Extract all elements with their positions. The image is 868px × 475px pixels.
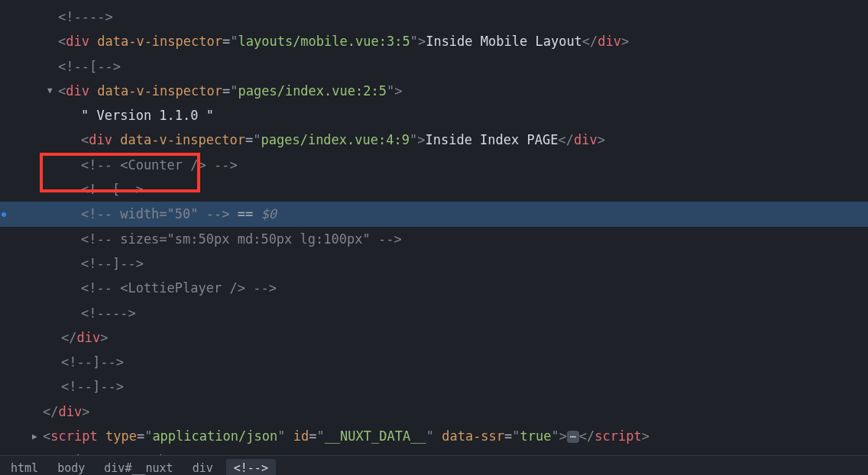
comment-node: <!--]-->	[61, 379, 124, 394]
comment-node: <!--[-->	[58, 59, 121, 74]
attr-value: application/json	[152, 428, 277, 444]
disclosure-triangle-icon[interactable]: ▶	[32, 429, 41, 445]
tree-line[interactable]: <!-- <LottiePlayer /> -->	[0, 276, 868, 300]
tree-line[interactable]: <!--]-->	[0, 350, 868, 374]
dom-tree[interactable]: <!----> <div data-v-inspector="layouts/m…	[0, 0, 868, 473]
attr-value: __NUXT_DATA__	[325, 428, 426, 444]
disclosure-triangle-icon[interactable]: ▼	[47, 83, 57, 99]
text-node: Inside Index PAGE	[425, 132, 558, 147]
comment-node: <!--]-->	[81, 256, 144, 271]
breadcrumb-item[interactable]: div#__nuxt	[98, 461, 179, 475]
breadcrumb-item-selected[interactable]: <!-->	[226, 459, 276, 475]
comment-node: <!-- <Counter /> -->	[81, 157, 238, 173]
attr-name: data-v-inspector	[97, 83, 222, 99]
tree-line[interactable]: <!---->	[0, 301, 868, 325]
breadcrumb-item[interactable]: div	[186, 461, 219, 475]
comment-node: <!-- <LottiePlayer /> -->	[81, 280, 277, 296]
attr-value: layouts/mobile.vue:3:5	[238, 34, 410, 49]
tree-line[interactable]: <!-- sizes="sm:50px md:50px lg:100px" --…	[0, 227, 868, 251]
tree-line[interactable]: <!---->	[0, 5, 868, 29]
attr-name: data-v-inspector	[97, 34, 222, 49]
tree-line[interactable]: <!-- <Counter /> -->	[0, 153, 868, 177]
tree-line[interactable]: <div data-v-inspector="pages/index.vue:4…	[0, 128, 868, 152]
tree-line[interactable]: <!--]-->	[0, 251, 868, 276]
attr-name: data-ssr	[442, 428, 504, 444]
comment-node: <!--]-->	[61, 354, 124, 370]
breadcrumb-item[interactable]: html	[5, 461, 44, 475]
tree-line-selected[interactable]: <!-- width="50" --> == $0	[0, 202, 868, 226]
attr-value: true	[520, 428, 552, 444]
selection-indicator-icon	[2, 212, 6, 217]
breadcrumb[interactable]: html body div#__nuxt div <!-->	[0, 455, 868, 475]
tree-line[interactable]: </div>	[0, 325, 868, 350]
comment-node: <!--[-->	[81, 182, 144, 197]
tree-line[interactable]: <!--[-->	[0, 177, 868, 202]
tree-line[interactable]: </div>	[0, 399, 868, 424]
tree-line[interactable]: " Version 1.1.0 "	[0, 103, 868, 128]
comment-node: <!-- sizes="sm:50px md:50px lg:100px" --…	[81, 231, 402, 247]
text-node: Inside Mobile Layout	[426, 34, 582, 49]
breadcrumb-item[interactable]: body	[51, 461, 91, 475]
tree-line[interactable]: <!--[-->	[0, 54, 868, 79]
attr-name: data-v-inspector	[120, 132, 245, 147]
attr-value: pages/index.vue:2:5	[238, 83, 386, 99]
attr-value: pages/index.vue:4:9	[261, 132, 409, 147]
tree-line[interactable]: <!--]-->	[0, 374, 868, 399]
text-node: " Version 1.1.0 "	[81, 108, 214, 123]
console-reference: $0	[261, 206, 276, 221]
comment-node: <!---->	[58, 9, 113, 24]
collapsed-ellipsis-icon[interactable]: ⋯	[567, 431, 579, 443]
comment-node: <!-- width="50" -->	[81, 206, 229, 221]
tree-line[interactable]: <div data-v-inspector="layouts/mobile.vu…	[0, 29, 868, 53]
tree-line[interactable]: ▶<script type="application/json" id="__N…	[0, 424, 868, 448]
tree-line[interactable]: ▼<div data-v-inspector="pages/index.vue:…	[0, 79, 868, 103]
comment-node: <!---->	[81, 305, 136, 321]
